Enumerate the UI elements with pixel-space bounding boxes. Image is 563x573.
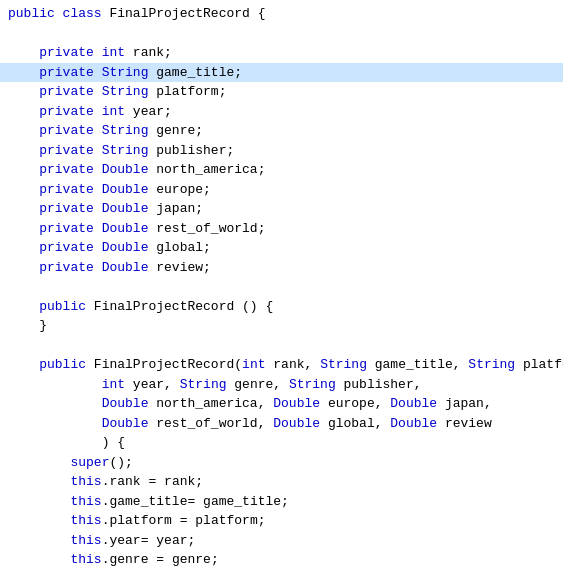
token-plain: [8, 513, 70, 528]
token-field: year: [109, 533, 140, 548]
token-plain: [8, 396, 102, 411]
token-punct: =: [180, 513, 196, 528]
token-param: platform: [523, 357, 563, 372]
token-punct: ();: [109, 455, 132, 470]
token-kw: int: [102, 377, 133, 392]
token-punct: ;: [195, 474, 203, 489]
token-param: rest_of_world: [156, 416, 257, 431]
token-punct: ,: [258, 416, 274, 431]
token-kw: private: [39, 260, 101, 275]
token-plain: [8, 84, 39, 99]
code-line: super();: [0, 453, 563, 473]
token-plain: [8, 533, 70, 548]
token-var: year: [156, 533, 187, 548]
code-line: private int rank;: [0, 43, 563, 63]
token-kw: private: [39, 182, 101, 197]
token-field: publisher: [156, 143, 226, 158]
code-line: ) {: [0, 433, 563, 453]
token-plain: [8, 221, 39, 236]
code-line: }: [0, 316, 563, 336]
token-var: game_title: [203, 494, 281, 509]
code-text: this.platform = platform;: [8, 511, 563, 531]
token-classname: FinalProjectRecord: [109, 6, 257, 21]
code-text: [8, 277, 563, 297]
token-var: platform: [195, 513, 257, 528]
token-plain: [8, 455, 70, 470]
token-field: genre: [109, 552, 156, 567]
code-text: private int rank;: [8, 43, 563, 63]
token-classname: FinalProjectRecord: [94, 299, 242, 314]
token-kw: Double: [273, 396, 328, 411]
code-line: private String platform;: [0, 82, 563, 102]
code-line: Double north_america, Double europe, Dou…: [0, 394, 563, 414]
code-text: private Double japan;: [8, 199, 563, 219]
token-param: japan: [445, 396, 484, 411]
code-line: public FinalProjectRecord () {: [0, 297, 563, 317]
token-kw: private: [39, 104, 101, 119]
token-plain: [8, 435, 102, 450]
code-line: private String publisher;: [0, 141, 563, 161]
token-var: genre: [172, 552, 211, 567]
token-plain: [8, 318, 39, 333]
token-kw: String: [102, 143, 157, 158]
code-line: private Double north_america;: [0, 160, 563, 180]
token-punct: ;: [281, 494, 289, 509]
token-punct: ,: [484, 396, 492, 411]
code-text: super();: [8, 453, 563, 473]
token-punct: (: [234, 357, 242, 372]
token-punct: ,: [164, 377, 180, 392]
token-plain: [8, 123, 39, 138]
token-classname: FinalProjectRecord: [94, 357, 234, 372]
code-text: Double rest_of_world, Double global, Dou…: [8, 414, 563, 434]
token-punct: ;: [226, 143, 234, 158]
token-kw: Double: [102, 416, 157, 431]
code-line: private int year;: [0, 102, 563, 122]
token-kw: Double: [102, 182, 157, 197]
token-field: rank: [133, 45, 164, 60]
token-kw: Double: [102, 201, 157, 216]
token-punct: ,: [414, 377, 422, 392]
token-punct: {: [258, 6, 266, 21]
token-plain: [8, 357, 39, 372]
token-kw: String: [320, 357, 375, 372]
code-text: [8, 24, 563, 44]
token-kw: Double: [390, 396, 445, 411]
token-param: game_title: [375, 357, 453, 372]
code-text: private Double review;: [8, 258, 563, 278]
token-plain: [8, 377, 102, 392]
token-punct: ) {: [102, 435, 125, 450]
token-punct: ;: [188, 533, 196, 548]
token-plain: [8, 162, 39, 177]
token-kw: Double: [102, 162, 157, 177]
token-param: north_america: [156, 396, 257, 411]
token-punct: =: [156, 552, 172, 567]
token-punct: ;: [203, 260, 211, 275]
token-plain: [8, 416, 102, 431]
token-plain: [8, 299, 39, 314]
token-punct: ,: [258, 396, 274, 411]
code-line: public FinalProjectRecord(int rank, Stri…: [0, 355, 563, 375]
token-plain: [8, 552, 70, 567]
token-punct: ;: [258, 221, 266, 236]
token-kw: Double: [390, 416, 445, 431]
token-punct: ;: [164, 45, 172, 60]
token-punct: ,: [375, 416, 391, 431]
token-kw: int: [242, 357, 273, 372]
code-line: private String game_title;: [0, 63, 563, 83]
code-line: this.platform = platform;: [0, 511, 563, 531]
token-punct: ;: [211, 552, 219, 567]
token-kw: private: [39, 221, 101, 236]
token-param: review: [445, 416, 492, 431]
token-kw: Double: [102, 396, 157, 411]
code-line: Double rest_of_world, Double global, Dou…: [0, 414, 563, 434]
token-plain: [8, 260, 39, 275]
token-punct: ,: [273, 377, 289, 392]
token-plain: [8, 104, 39, 119]
token-kw: String: [468, 357, 523, 372]
token-field: genre: [156, 123, 195, 138]
code-text: this.publisher = publisher;: [8, 570, 563, 574]
code-text: public class FinalProjectRecord {: [8, 4, 563, 24]
token-kw: private: [39, 65, 101, 80]
token-kw: public: [39, 299, 94, 314]
token-kw: class: [63, 6, 110, 21]
